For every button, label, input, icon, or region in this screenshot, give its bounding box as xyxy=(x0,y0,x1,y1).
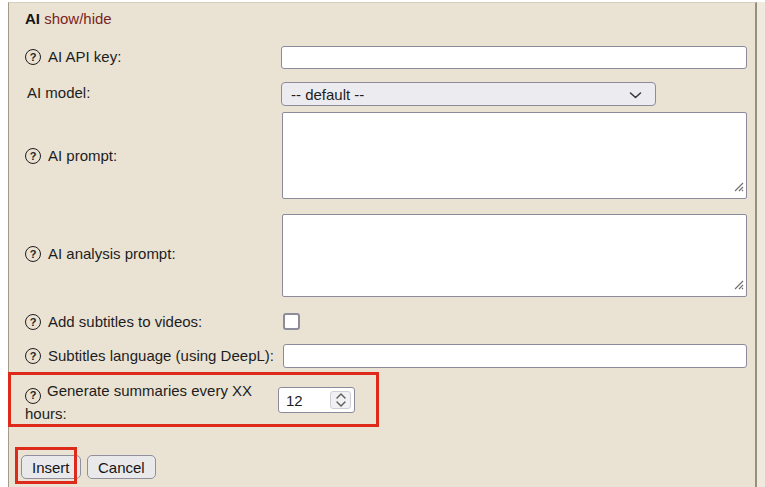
help-icon[interactable]: ? xyxy=(25,388,41,404)
summaries-hours-input[interactable] xyxy=(279,388,329,412)
summaries-hours-field xyxy=(278,387,355,413)
subtitles-language-label: Subtitles language (using DeepL): xyxy=(48,347,274,364)
ai-api-key-label-row: ? AI API key: xyxy=(25,48,121,65)
add-subtitles-label: Add subtitles to videos: xyxy=(48,313,202,330)
summaries-label-row: ?Generate summaries every XX hours: xyxy=(25,381,270,423)
ai-model-label-row: AI model: xyxy=(27,84,90,101)
ai-prompt-label-row: ? AI prompt: xyxy=(25,147,117,164)
ai-prompt-label: AI prompt: xyxy=(48,147,117,164)
help-icon[interactable]: ? xyxy=(25,314,41,330)
ai-prompt-textarea[interactable] xyxy=(282,112,747,199)
page-margin xyxy=(757,2,765,487)
ai-model-select[interactable]: -- default -- xyxy=(281,82,656,106)
add-subtitles-label-row: ? Add subtitles to videos: xyxy=(25,313,202,330)
ai-analysis-prompt-textarea[interactable] xyxy=(282,214,747,297)
add-subtitles-checkbox[interactable] xyxy=(283,313,300,330)
subtitles-language-label-row: ? Subtitles language (using DeepL): xyxy=(25,347,274,364)
ai-settings-panel-page: AI show/hide ? AI API key: AI model: -- … xyxy=(0,0,765,487)
ai-api-key-input[interactable] xyxy=(281,46,747,69)
help-icon[interactable]: ? xyxy=(25,49,41,65)
ai-api-key-label: AI API key: xyxy=(48,48,121,65)
show-hide-link[interactable]: show/hide xyxy=(44,10,112,27)
ai-analysis-prompt-field xyxy=(282,214,747,297)
insert-button[interactable]: Insert xyxy=(21,455,81,479)
chevron-down-icon xyxy=(336,401,346,407)
subtitles-language-input[interactable] xyxy=(283,344,747,368)
chevron-down-icon xyxy=(629,86,642,103)
ai-model-selected-value: -- default -- xyxy=(291,86,364,103)
ai-analysis-prompt-label: AI analysis prompt: xyxy=(48,245,176,262)
cancel-button[interactable]: Cancel xyxy=(87,455,156,479)
ai-analysis-prompt-label-row: ? AI analysis prompt: xyxy=(25,245,176,262)
summaries-spinner[interactable] xyxy=(330,391,351,409)
summaries-label: Generate summaries every XX hours: xyxy=(25,382,252,422)
help-icon[interactable]: ? xyxy=(25,348,41,364)
ai-model-label: AI model: xyxy=(27,84,90,101)
legend-title: AI xyxy=(25,10,40,27)
chevron-up-icon xyxy=(336,393,346,399)
help-icon[interactable]: ? xyxy=(25,148,41,164)
fieldset-legend: AI show/hide xyxy=(25,10,112,27)
ai-prompt-field xyxy=(282,112,747,199)
help-icon[interactable]: ? xyxy=(25,246,41,262)
